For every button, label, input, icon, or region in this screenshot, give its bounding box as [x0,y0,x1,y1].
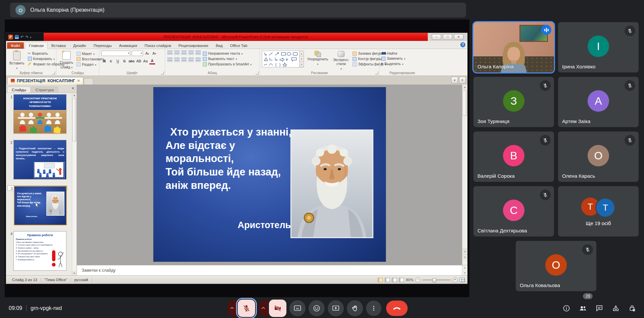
slide-thumbnail-1[interactable]: 1 КОНСАЛТИНГ-ПРАКТИКУМ «ВЧИМОСЯ БУТИ ТОЛ… [7,94,66,134]
zoom-slider[interactable] [422,279,451,280]
participant-tile-valerii[interactable]: В Валерій Сорока [473,131,554,182]
decrease-indent-icon[interactable] [181,51,187,55]
char-spacing-button[interactable]: АВ [136,59,142,64]
chat-button[interactable] [595,304,604,313]
mic-options-button[interactable] [227,300,237,317]
paste-button[interactable]: Вставить [8,51,26,70]
tab-transitions[interactable]: Переходы [90,42,115,49]
bullets-icon[interactable] [167,51,173,55]
canvas-scrollbar[interactable] [462,85,467,265]
camera-options-button[interactable] [258,300,268,317]
font-name-select[interactable] [101,51,130,56]
end-call-button[interactable] [386,301,408,316]
document-tab[interactable]: ПРЕЗЕНТАЦІЯ КОНСАЛТИНГ [7,77,83,85]
new-slide-button[interactable]: Создать слайд [58,51,75,69]
save-icon[interactable] [15,35,19,39]
captions-button[interactable]: cc [289,300,306,316]
shrink-font-button[interactable]: А▾ [151,51,157,56]
slide-canvas[interactable]: Хто рухається у знанні, Але відстає у мо… [77,85,467,265]
scroll-thumb[interactable] [73,98,76,142]
slide-thumbnail-2[interactable]: 2 • Педагогічний консалтинг – імідж суча… [7,140,66,179]
scroll-down-icon[interactable] [462,271,467,275]
font-color-button[interactable]: А [149,58,155,64]
minimize-button[interactable] [432,34,441,40]
tab-office-tab[interactable]: Office Tab [226,42,251,49]
raise-hand-button[interactable] [347,300,363,316]
tab-insert[interactable]: Вставка [48,42,70,49]
notes-pane[interactable]: Заметки к слайду [77,265,467,275]
undo-icon[interactable] [20,35,24,39]
more-options-button[interactable] [366,301,381,316]
scroll-down-icon[interactable] [300,56,304,62]
participant-tile-svitlana[interactable]: С Світлана Дехтярьова [473,186,554,236]
present-button[interactable] [328,300,344,316]
participant-tile-artem[interactable]: А Артем Заїка [558,77,639,127]
dialog-launcher-icon[interactable] [375,71,378,74]
normal-view-button[interactable] [378,278,383,282]
panel-scrollbar[interactable] [72,93,77,275]
align-text-button[interactable]: Выровнять текст [203,57,251,61]
close-all-icon[interactable] [459,77,466,84]
dialog-launcher-icon[interactable] [161,71,164,74]
mic-toggle-button[interactable] [238,300,255,317]
zoom-out-button[interactable] [415,277,420,282]
dialog-launcher-icon[interactable] [256,71,259,74]
tab-animation[interactable]: Анимация [115,42,141,49]
camera-toggle-button[interactable] [269,300,286,317]
scroll-thumb[interactable] [463,90,467,116]
shapes-gallery[interactable]: { } [262,51,300,67]
scroll-up-icon[interactable] [462,266,467,270]
change-case-button[interactable]: Aa [143,59,148,64]
scroll-down-icon[interactable] [72,271,77,275]
align-center-icon[interactable] [174,58,180,62]
columns-icon[interactable] [195,58,201,62]
notes-scrollbar[interactable] [462,265,467,275]
slide-thumbnail-4[interactable]: 4 Правила роботи Правила роботи 1.Бути а… [7,231,66,271]
text-direction-button[interactable]: Направление текста [203,52,251,56]
align-right-icon[interactable] [181,58,187,62]
scroll-up-icon[interactable] [300,51,304,56]
emoji-reactions-button[interactable] [309,300,325,316]
overflow-tile-more-people[interactable]: Т Т Ще 19 осіб [558,186,639,236]
maximize-button[interactable] [443,34,452,40]
tab-slides-panel[interactable]: Слайды [7,87,31,93]
help-icon[interactable] [460,42,465,47]
justify-icon[interactable] [188,58,194,62]
activities-button[interactable] [611,304,620,313]
zoom-in-button[interactable] [453,277,458,282]
participant-tile-olga-kovalova[interactable]: О Ольга Ковальова [516,241,596,291]
slide-thumbnail-3[interactable]: 3 Хто рухається у знанні, Але відстає у … [7,186,67,191]
shapes-scrollbar[interactable] [300,51,304,67]
participant-tile-iryna[interactable]: І Ірина Холявко [558,22,639,72]
smartart-button[interactable]: Преобразовать в SmartArt [203,62,251,66]
select-button[interactable]: Выделить [381,62,405,66]
replace-button[interactable]: Заменить [381,57,405,61]
close-button[interactable] [454,34,463,40]
italic-button[interactable]: К [108,59,114,64]
numbering-icon[interactable] [174,51,180,55]
close-panel-icon[interactable] [72,86,75,91]
tab-list-icon[interactable] [451,77,458,84]
line-spacing-icon[interactable] [195,51,201,55]
find-button[interactable]: Найти [381,52,405,55]
previous-slide-icon[interactable] [462,249,467,254]
font-size-select[interactable] [132,51,143,56]
presentation-stage[interactable]: ПРЕЗЕНТАЦІЯ КОНСАЛТИНГ - Microsoft Power… [5,19,469,297]
scroll-up-icon[interactable] [72,93,77,97]
qat-menu-icon[interactable] [30,35,31,39]
show-people-button[interactable] [579,304,587,313]
participant-tile-olena[interactable]: О Олена Карась [558,131,639,182]
redo-icon[interactable] [25,35,28,39]
increase-indent-icon[interactable] [188,51,194,55]
tab-file[interactable]: Файл [7,42,24,49]
reading-view-button[interactable] [392,278,397,282]
fit-to-window-button[interactable] [460,278,465,282]
tab-design[interactable]: Дизайн [70,42,90,49]
host-controls-button[interactable] [628,304,637,313]
tab-view[interactable]: Вид [212,42,226,49]
quick-styles-button[interactable]: Экспресс-стили [331,51,351,71]
shadow-button[interactable]: S [122,59,127,64]
tab-home[interactable]: Главная [25,42,48,49]
slide-sorter-view-button[interactable] [385,278,390,282]
current-slide[interactable]: Хто рухається у знанні, Але відстає у мо… [153,87,386,262]
